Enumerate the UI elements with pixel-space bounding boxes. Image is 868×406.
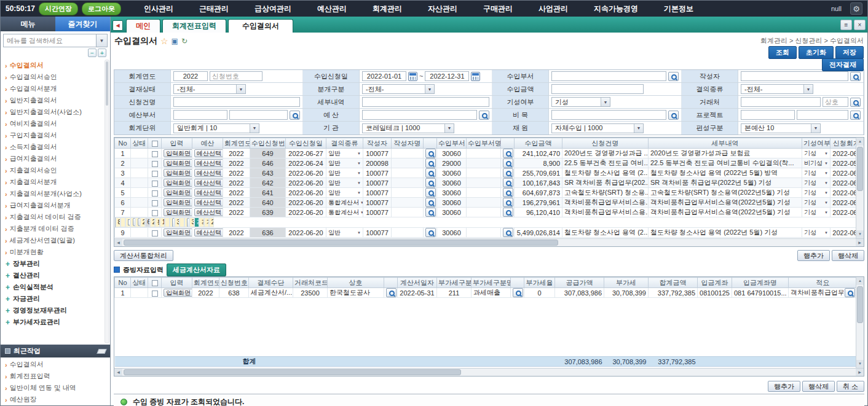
top-menu-item[interactable]: 근태관리: [186, 4, 242, 14]
tax-invoice-button[interactable]: 세금계산서자료: [167, 264, 226, 276]
sidebar-item[interactable]: ›급여지출결의서분개: [5, 200, 103, 211]
search-icon[interactable]: [290, 111, 300, 120]
income-row[interactable]: 6입력화면예산선택20226402022-06-20통합계산서▼10007730…: [115, 198, 856, 208]
row-checkbox[interactable]: [152, 181, 158, 187]
search-icon[interactable]: [503, 178, 513, 187]
search-icon[interactable]: [850, 111, 861, 120]
logout-button[interactable]: 로그아웃: [82, 2, 121, 15]
favorite-star-icon[interactable]: ☆: [160, 36, 168, 46]
budget-select-button[interactable]: 예산선택: [194, 189, 223, 197]
chevron-down-icon[interactable]: ▼: [96, 34, 107, 47]
row-checkbox[interactable]: [152, 291, 158, 297]
fiscal-year-input[interactable]: [173, 71, 208, 81]
search-icon[interactable]: [503, 208, 513, 217]
search-icon[interactable]: [503, 188, 513, 197]
budget-select-button[interactable]: 예산선택: [194, 169, 223, 177]
vertical-scrollbar[interactable]: ▲ ▼: [856, 138, 864, 238]
settings-gear-icon[interactable]: ⚙: [850, 2, 862, 15]
completion-cell-dropdown[interactable]: 기성▼: [804, 149, 828, 158]
request-no-input[interactable]: [210, 71, 262, 81]
sidebar-item[interactable]: ›수입결의서: [5, 60, 103, 71]
project-name-input[interactable]: [797, 110, 848, 120]
account-unit-select[interactable]: 일반회계 | 10▼: [173, 123, 259, 133]
tab-income-report[interactable]: 수입결의서: [228, 19, 293, 33]
menu-search-select[interactable]: 메뉴를 검색하세요 ▼: [3, 34, 108, 47]
tab-scroll-left-icon[interactable]: ◀: [112, 20, 123, 31]
sidebar-group[interactable]: +경영정보재무관리: [5, 305, 103, 316]
income-row[interactable]: 2입력화면예산선택20226462022-06-24일반▼20009829000…: [115, 158, 856, 168]
sidebar-item[interactable]: ›일반지출결의서: [5, 95, 103, 106]
search-icon[interactable]: [425, 149, 436, 158]
search-button[interactable]: 조회: [768, 46, 797, 59]
search-icon[interactable]: [425, 188, 436, 197]
search-icon[interactable]: [513, 288, 523, 297]
tab-main[interactable]: 메인: [126, 19, 160, 33]
expand-all-button[interactable]: +: [98, 49, 106, 57]
sidebar-item[interactable]: ›구입지출결의서: [5, 130, 103, 141]
recent-item[interactable]: ›수입결의서: [5, 359, 108, 370]
decision-type-cell-dropdown[interactable]: 일반▼: [328, 228, 361, 237]
sidebar-group[interactable]: +장부관리: [5, 258, 103, 270]
income-row[interactable]: 9입력화면예산선택20226362022-06-20일반▼10007730060…: [115, 228, 856, 238]
search-icon[interactable]: [503, 158, 513, 168]
completion-cell-dropdown[interactable]: 기성▼: [804, 169, 828, 178]
search-icon[interactable]: [503, 228, 513, 237]
decision-type-select[interactable]: -전체-▼: [741, 84, 813, 94]
search-icon[interactable]: [479, 111, 489, 120]
horizontal-scrollbar[interactable]: ◀ ▶: [114, 368, 864, 376]
sidebar-group[interactable]: +결산관리: [5, 270, 103, 281]
search-icon[interactable]: [503, 198, 513, 207]
extend-time-button[interactable]: 시간연장: [39, 2, 78, 15]
scrollbar-thumb[interactable]: [857, 147, 863, 191]
decision-type-cell-dropdown[interactable]: 일반▼: [328, 159, 361, 168]
decision-type-cell-dropdown[interactable]: 일반▼: [328, 169, 361, 178]
collapse-all-button[interactable]: −: [88, 49, 97, 57]
vertical-scrollbar[interactable]: ▲ ▼: [856, 277, 864, 368]
tab-list-icon[interactable]: ≡: [840, 20, 852, 30]
income-row[interactable]: 5입력화면예산선택20226412022-06-20일반▼10007730060…: [115, 188, 856, 198]
fund-select[interactable]: 자체수입 | 1000▼: [551, 123, 644, 133]
writer-input[interactable]: [741, 71, 848, 81]
search-icon[interactable]: [668, 111, 679, 120]
row-checkbox[interactable]: [152, 200, 158, 206]
income-row[interactable]: 4입력화면예산선택20226422022-06-20일반▼10007730060…: [115, 178, 856, 188]
sidebar-item[interactable]: ›수입결의서분개: [5, 83, 103, 95]
add-row-button[interactable]: 행추가: [768, 381, 800, 392]
organize-select[interactable]: 본예산 10▼: [741, 123, 821, 133]
sidebar-item[interactable]: ›수입결의서승인: [5, 71, 103, 83]
top-menu-item[interactable]: 자산관리: [415, 4, 470, 14]
sidebar-item[interactable]: ›지출결의서 데이터 검증: [5, 211, 103, 223]
expand-plus-icon[interactable]: +: [5, 283, 10, 292]
search-icon[interactable]: [425, 168, 436, 178]
cancel-button[interactable]: 취 소: [837, 381, 864, 392]
expand-plus-icon[interactable]: +: [5, 260, 10, 268]
sidebar-item[interactable]: ›지출결의서승인: [5, 165, 103, 176]
search-icon[interactable]: [425, 228, 436, 237]
save-button[interactable]: 저장: [835, 46, 864, 59]
input-screen-button[interactable]: 입력화면: [164, 289, 192, 297]
vendor-input[interactable]: [741, 97, 821, 107]
budget-select-button[interactable]: 예산선택: [194, 228, 223, 236]
sidebar-item[interactable]: ›지출결의서분개: [5, 176, 103, 188]
search-icon[interactable]: [425, 158, 436, 168]
refresh-icon[interactable]: ↻: [181, 37, 187, 45]
income-dept-input[interactable]: [551, 71, 666, 81]
sidebar-tab-favorites[interactable]: 즐겨찾기: [55, 17, 110, 31]
input-screen-button[interactable]: 입력화면: [164, 159, 192, 167]
expand-plus-icon[interactable]: +: [5, 271, 10, 280]
project-code-input[interactable]: [741, 110, 795, 120]
sidebar-item[interactable]: ›소득지출결의서: [5, 141, 103, 153]
reset-button[interactable]: 초기화: [799, 46, 834, 59]
row-checkbox[interactable]: [152, 171, 158, 177]
vendor-name-input[interactable]: [823, 97, 848, 107]
budget-select-button[interactable]: 예산선택: [194, 149, 223, 157]
input-screen-button[interactable]: 입력화면: [164, 179, 192, 187]
date-to-input[interactable]: [425, 71, 469, 81]
sidebar-item[interactable]: ›급여지출결의서: [5, 153, 103, 165]
search-icon[interactable]: [850, 98, 861, 107]
evidence-row[interactable]: 1입력화면2022638세금계산서/...23500한국철도공사2022-05-…: [115, 288, 856, 298]
search-icon[interactable]: [425, 208, 436, 217]
completion-cell-dropdown[interactable]: 기성▼: [804, 179, 828, 187]
input-screen-button[interactable]: 입력화면: [164, 208, 192, 216]
expand-plus-icon[interactable]: +: [5, 306, 10, 315]
